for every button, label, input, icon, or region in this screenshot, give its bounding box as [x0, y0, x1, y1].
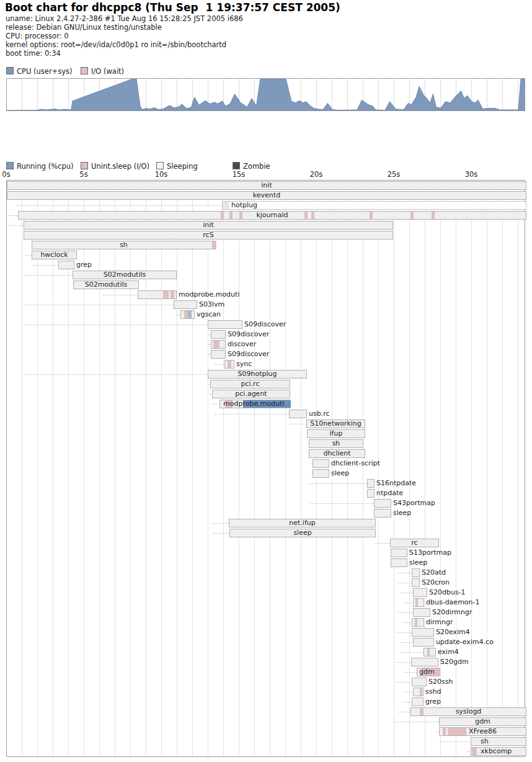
- process-bar-sync: sync: [224, 360, 234, 369]
- process-label: sh: [481, 738, 489, 746]
- process-bar-gdm: gdm: [439, 717, 526, 726]
- tree-connector: [401, 593, 413, 593]
- tree-connector: [212, 523, 229, 524]
- axis-tick-label: 15s: [233, 170, 246, 179]
- tree-connector: [404, 672, 417, 673]
- process-label: ntpdate: [376, 490, 403, 498]
- process-bar-S13portmap: S13portmap: [391, 549, 407, 557]
- process-bar-rc: rc: [390, 539, 439, 547]
- cpu-user-sys-swatch-icon: [6, 67, 14, 74]
- process-bar-S02modutils: S02modutils: [73, 280, 139, 289]
- process-label: kjournald: [19, 212, 526, 220]
- process-bar-pci.agent: pci.agent: [212, 390, 290, 398]
- process-label: sleep: [331, 470, 349, 478]
- zombie-legend-item: Zombie: [233, 162, 270, 169]
- process-bar-dbus-daemon-1: dbus-daemon-1: [413, 598, 424, 607]
- process-bar-S20exim4: S20exim4: [412, 628, 434, 637]
- tree-connector: [208, 384, 210, 385]
- process-label: S43portmap: [393, 500, 435, 508]
- process-bar-S09discover: S09discover: [211, 350, 226, 359]
- state-segment-run2: [188, 311, 192, 318]
- tree-connector: [175, 315, 180, 315]
- state-segment-io: [213, 341, 219, 348]
- process-label: grep: [76, 261, 92, 269]
- tree-connector: [402, 702, 412, 702]
- process-label: dhclient-script: [331, 460, 380, 468]
- process-bar-S43portmap: S43portmap: [374, 499, 391, 508]
- tree-connector: [24, 305, 174, 305]
- process-label: net.ifup: [229, 519, 375, 527]
- state-segment-io: [163, 291, 169, 298]
- process-label: hotplug: [231, 202, 257, 210]
- cpu-legend-item: CPU (user+sys): [6, 67, 73, 74]
- info-release: release: Debian GNU/Linux testing/unstab…: [6, 23, 162, 32]
- process-label: S20exim4: [436, 629, 470, 637]
- axis-tick-label: 20s: [310, 170, 323, 179]
- process-bar-pci.rc: pci.rc: [210, 380, 290, 388]
- axis-tick-label: 10s: [155, 170, 168, 179]
- page-title: Boot chart for dhcppc8 (Thu Sep 1 19:37:…: [5, 1, 340, 14]
- tree-connector: [215, 414, 289, 415]
- process-label: S20atd: [422, 569, 446, 577]
- process-bar-sshd: sshd: [413, 688, 423, 696]
- process-bar-init: init: [24, 221, 393, 230]
- tree-connector: [439, 742, 471, 742]
- tree-connector: [397, 583, 412, 583]
- tree-connector: [208, 344, 211, 345]
- process-label: sleep: [409, 559, 427, 567]
- process-bar-kjournald: kjournald: [18, 211, 526, 220]
- tree-connector: [404, 603, 413, 603]
- process-label: S02modutils: [73, 271, 176, 279]
- process-bar-modprobe.moduti: modprobe.moduti: [219, 400, 290, 408]
- state-segment-io: [228, 361, 231, 368]
- process-bar-hwclock: hwclock: [32, 251, 77, 259]
- process-label: S20dbus-1: [429, 589, 466, 597]
- process-bar-S16ntpdate: S16ntpdate: [367, 479, 375, 488]
- process-bar-rcS: rcS: [24, 231, 393, 240]
- process-bar-sh: sh: [309, 439, 363, 448]
- sleeping-swatch-icon: [156, 162, 164, 169]
- process-bar-sh: sh: [32, 241, 216, 249]
- process-label: S20dirmngr: [432, 609, 472, 617]
- process-label: S20gdm: [440, 658, 469, 666]
- tree-connector: [8, 215, 18, 216]
- tree-connector: [437, 732, 439, 732]
- zombie-legend-label: Zombie: [243, 162, 270, 171]
- sleeping-legend-label: Sleeping: [167, 162, 198, 171]
- info-uname: uname: Linux 2.4.27-2-386 #1 Tue Aug 16 …: [6, 14, 243, 23]
- process-label: sh: [32, 241, 215, 249]
- process-label: ifup: [308, 430, 365, 438]
- process-label: vgscan: [197, 311, 221, 319]
- process-label: update-exim4.co: [436, 639, 494, 647]
- process-bar-S20ssh: S20ssh: [412, 678, 427, 686]
- process-label: xkbcomp: [481, 748, 512, 756]
- tree-connector: [311, 473, 313, 474]
- process-bar-hotplug: hotplug: [222, 201, 526, 210]
- process-bar-xkbcomp: xkbcomp: [471, 747, 526, 756]
- tree-connector: [208, 354, 211, 355]
- process-bar-S02modutils: S02modutils: [73, 271, 177, 279]
- tree-connector: [467, 751, 471, 752]
- process-label: rcS: [24, 231, 392, 240]
- tree-connector: [24, 275, 73, 276]
- tree-connector: [24, 325, 208, 325]
- process-bar-S20cron: S20cron: [412, 578, 420, 587]
- io-legend-item: I/O (wait): [81, 67, 124, 74]
- cpu-area-series: [7, 79, 525, 110]
- process-label: S16ntpdate: [376, 480, 416, 488]
- unint-sleep-swatch-icon: [81, 162, 88, 169]
- axis-tick-label: 5s: [79, 170, 87, 179]
- process-bar-S20atd: S20atd: [412, 568, 420, 577]
- running-legend-item: Running (%cpu): [6, 162, 74, 169]
- state-segment-io: [420, 688, 422, 696]
- state-segment-io: [472, 748, 477, 755]
- process-label: pci.agent: [213, 390, 290, 398]
- cpu-legend-label: CPU (user+sys): [17, 67, 73, 76]
- tree-connector: [402, 622, 412, 623]
- process-bar-vgscan: vgscan: [180, 310, 195, 319]
- process-label: gdm: [440, 718, 526, 726]
- process-label: modprobe.moduti: [179, 291, 239, 299]
- info-kernel-options: kernel options: root=/dev/ida/c0d0p1 ro …: [6, 40, 226, 49]
- tree-connector: [397, 632, 412, 633]
- process-label: pci.rc: [211, 380, 290, 388]
